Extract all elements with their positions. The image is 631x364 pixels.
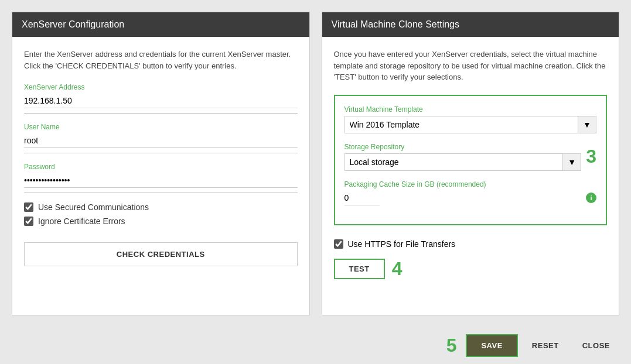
password-input[interactable] xyxy=(24,173,298,188)
xen-config-panel: XenServer Configuration Enter the XenSer… xyxy=(12,12,310,315)
secured-comms-label: Use Secured Communications xyxy=(38,202,149,212)
storage-label: Storage Repository xyxy=(345,143,582,151)
check-credentials-button[interactable]: CHECK CREDENTIALS xyxy=(24,242,298,266)
vm-clone-body: Once you have entered your XenServer cre… xyxy=(322,37,619,315)
xen-config-title: XenServer Configuration xyxy=(22,19,124,29)
ignore-cert-item: Ignore Certificate Errors xyxy=(24,217,298,226)
vm-template-label: Virtual Machine Template xyxy=(345,105,597,114)
https-checkbox[interactable] xyxy=(334,239,343,249)
step-4-number: 4 xyxy=(392,258,403,280)
footer: 5 SAVE RESET CLOSE xyxy=(0,327,631,364)
password-field-group: Password xyxy=(24,163,298,193)
vm-clone-header: Virtual Machine Clone Settings xyxy=(322,12,619,37)
vm-clone-settings-panel: Virtual Machine Clone Settings Once you … xyxy=(322,12,620,315)
vm-template-field-group: Virtual Machine Template Win 2016 Templa… xyxy=(345,105,597,133)
test-button[interactable]: TEST xyxy=(334,259,385,279)
ignore-cert-checkbox[interactable] xyxy=(24,217,33,226)
username-label: User Name xyxy=(24,123,298,131)
storage-select-wrapper: Local storage ▼ xyxy=(345,153,582,171)
cache-field-row: i xyxy=(345,191,597,205)
https-label: Use HTTPS for File Transfers xyxy=(348,239,456,249)
password-label: Password xyxy=(24,163,298,171)
xen-config-description: Enter the XenServer address and credenti… xyxy=(24,49,298,71)
cache-label: Packaging Cache Size in GB (recommended) xyxy=(345,180,597,188)
storage-field-col: Storage Repository Local storage ▼ xyxy=(345,143,582,171)
vm-template-select[interactable]: Win 2016 Template xyxy=(345,116,597,133)
storage-field-group: Storage Repository Local storage ▼ 3 xyxy=(345,143,597,171)
cache-field-group: Packaging Cache Size in GB (recommended)… xyxy=(345,180,597,205)
https-row: Use HTTPS for File Transfers xyxy=(334,235,608,253)
username-field-group: User Name xyxy=(24,123,298,153)
storage-select[interactable]: Local storage xyxy=(345,153,582,171)
storage-row: Storage Repository Local storage ▼ 3 xyxy=(345,143,597,171)
vm-settings-box: Virtual Machine Template Win 2016 Templa… xyxy=(334,95,608,225)
info-icon[interactable]: i xyxy=(586,193,596,203)
xen-config-header: XenServer Configuration xyxy=(12,12,309,37)
vm-clone-title: Virtual Machine Clone Settings xyxy=(332,19,460,29)
close-button[interactable]: CLOSE xyxy=(573,335,619,356)
test-row: TEST 4 xyxy=(334,253,608,280)
reset-button[interactable]: RESET xyxy=(523,335,568,356)
step-3-number: 3 xyxy=(586,146,596,167)
vm-clone-description: Once you have entered your XenServer cre… xyxy=(334,49,608,83)
secured-comms-item: Use Secured Communications xyxy=(24,202,298,212)
ignore-cert-label: Ignore Certificate Errors xyxy=(38,217,125,226)
address-label: XenServer Address xyxy=(24,83,298,91)
username-input[interactable] xyxy=(24,133,298,148)
step-5-number: 5 xyxy=(446,335,457,356)
xen-config-body: Enter the XenServer address and credenti… xyxy=(12,37,309,315)
address-input[interactable] xyxy=(24,94,298,108)
vm-template-select-wrapper: Win 2016 Template ▼ xyxy=(345,116,597,133)
address-field-group: XenServer Address xyxy=(24,83,298,114)
checkbox-group: Use Secured Communications Ignore Certif… xyxy=(24,202,298,226)
secured-comms-checkbox[interactable] xyxy=(24,202,33,212)
save-button[interactable]: SAVE xyxy=(466,334,517,357)
cache-input[interactable] xyxy=(345,191,380,205)
